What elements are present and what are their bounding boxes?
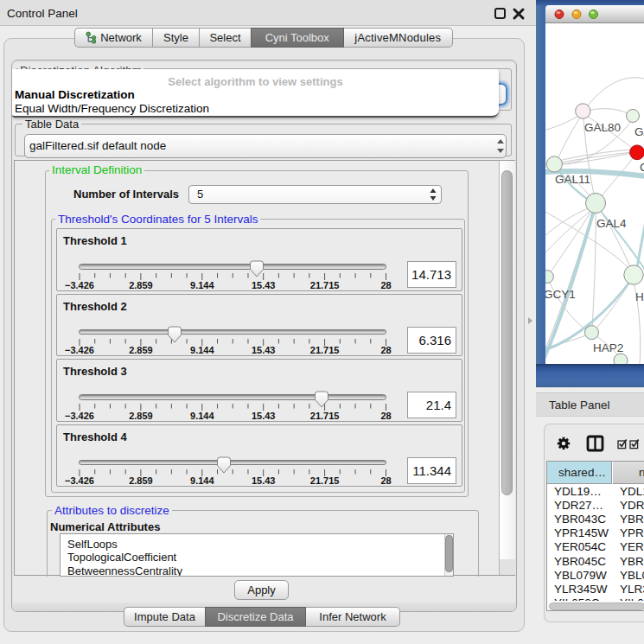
svg-text:HAP2: HAP2	[593, 341, 623, 354]
svg-text:GCY1: GCY1	[545, 288, 576, 301]
svg-text:GAL4: GAL4	[596, 217, 627, 230]
svg-text:H: H	[635, 290, 644, 303]
svg-text:C: C	[640, 161, 644, 174]
svg-text:GAL11: GAL11	[555, 173, 590, 186]
svg-text:GA: GA	[634, 125, 644, 138]
svg-text:GAL80: GAL80	[584, 121, 621, 134]
